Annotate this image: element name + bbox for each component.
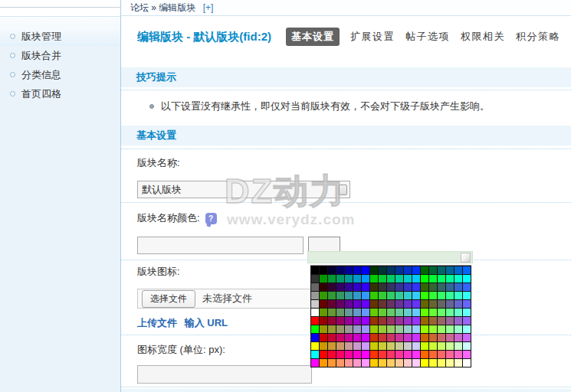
color-swatch[interactable] bbox=[387, 292, 395, 299]
color-swatch[interactable] bbox=[353, 359, 361, 367]
color-swatch[interactable] bbox=[429, 334, 437, 341]
color-swatch[interactable] bbox=[446, 292, 454, 299]
color-swatch[interactable] bbox=[336, 275, 344, 283]
color-swatch[interactable] bbox=[387, 351, 395, 358]
color-swatch[interactable] bbox=[446, 342, 454, 350]
color-swatch[interactable] bbox=[370, 359, 378, 367]
color-swatch[interactable] bbox=[395, 275, 403, 283]
color-swatch[interactable] bbox=[379, 266, 386, 274]
color-swatch[interactable] bbox=[429, 283, 437, 291]
color-swatch[interactable] bbox=[438, 266, 445, 274]
color-swatch[interactable] bbox=[455, 275, 462, 283]
color-swatch[interactable] bbox=[336, 283, 344, 291]
color-swatch[interactable] bbox=[387, 266, 395, 274]
color-swatch[interactable] bbox=[311, 292, 319, 299]
color-swatch[interactable] bbox=[336, 351, 344, 358]
color-swatch[interactable] bbox=[370, 351, 378, 358]
color-picker-header[interactable] bbox=[307, 251, 473, 263]
color-swatch[interactable] bbox=[345, 300, 353, 308]
color-swatch[interactable] bbox=[455, 300, 462, 308]
color-swatch[interactable] bbox=[412, 317, 420, 325]
color-swatch[interactable] bbox=[336, 325, 344, 333]
color-swatch[interactable] bbox=[446, 325, 454, 333]
color-swatch[interactable] bbox=[353, 309, 361, 316]
color-swatch[interactable] bbox=[438, 283, 445, 291]
color-swatch[interactable] bbox=[345, 342, 353, 350]
color-swatch[interactable] bbox=[446, 309, 454, 316]
color-swatch[interactable] bbox=[336, 300, 344, 308]
color-swatch[interactable] bbox=[463, 309, 471, 316]
color-swatch[interactable] bbox=[395, 359, 403, 367]
color-swatch[interactable] bbox=[328, 283, 336, 291]
color-swatch[interactable] bbox=[379, 351, 386, 358]
color-swatch[interactable] bbox=[387, 342, 395, 350]
help-icon[interactable]: ? bbox=[205, 213, 217, 224]
color-swatch[interactable] bbox=[379, 317, 386, 325]
color-swatch[interactable] bbox=[404, 351, 412, 358]
color-swatch[interactable] bbox=[446, 334, 454, 341]
color-swatch[interactable] bbox=[404, 334, 412, 341]
color-swatch[interactable] bbox=[328, 342, 336, 350]
color-swatch[interactable] bbox=[438, 325, 445, 333]
color-swatch[interactable] bbox=[336, 317, 344, 325]
color-swatch[interactable] bbox=[387, 300, 395, 308]
color-swatch[interactable] bbox=[429, 342, 437, 350]
color-swatch[interactable] bbox=[345, 317, 353, 325]
color-swatch[interactable] bbox=[438, 334, 445, 341]
color-swatch[interactable] bbox=[395, 283, 403, 291]
color-swatch[interactable] bbox=[455, 342, 462, 350]
color-swatch[interactable] bbox=[336, 292, 344, 299]
color-swatch[interactable] bbox=[429, 266, 437, 274]
color-swatch[interactable] bbox=[412, 325, 420, 333]
color-swatch[interactable] bbox=[463, 359, 471, 367]
color-swatch[interactable] bbox=[446, 266, 454, 274]
color-swatch[interactable] bbox=[336, 266, 344, 274]
color-swatch[interactable] bbox=[311, 300, 319, 308]
color-swatch[interactable] bbox=[362, 317, 369, 325]
color-swatch[interactable] bbox=[311, 283, 319, 291]
color-swatch[interactable] bbox=[345, 359, 353, 367]
color-swatch[interactable] bbox=[395, 266, 403, 274]
color-swatch[interactable] bbox=[438, 300, 445, 308]
color-swatch[interactable] bbox=[387, 334, 395, 341]
color-swatch[interactable] bbox=[463, 342, 471, 350]
color-swatch[interactable] bbox=[412, 334, 420, 341]
color-swatch[interactable] bbox=[463, 334, 471, 341]
color-swatch[interactable] bbox=[395, 351, 403, 358]
color-swatch[interactable] bbox=[320, 317, 327, 325]
sidebar-item-2[interactable]: 分类信息 bbox=[0, 65, 120, 84]
name-color-input[interactable] bbox=[137, 237, 304, 254]
color-swatch[interactable] bbox=[387, 325, 395, 333]
breadcrumb-expand-link[interactable]: [+] bbox=[203, 2, 214, 13]
color-swatch[interactable] bbox=[455, 359, 462, 367]
color-swatch[interactable] bbox=[345, 292, 353, 299]
color-swatch[interactable] bbox=[362, 351, 369, 358]
color-swatch[interactable] bbox=[379, 342, 386, 350]
color-swatch[interactable] bbox=[421, 351, 428, 358]
color-swatch[interactable] bbox=[328, 351, 336, 358]
enter-url-link[interactable]: 输入 URL bbox=[185, 317, 228, 328]
color-swatch[interactable] bbox=[387, 283, 395, 291]
color-swatch[interactable] bbox=[404, 283, 412, 291]
color-swatch[interactable] bbox=[328, 275, 336, 283]
color-swatch[interactable] bbox=[370, 266, 378, 274]
color-swatch[interactable] bbox=[395, 334, 403, 341]
color-swatch[interactable] bbox=[421, 283, 428, 291]
color-swatch[interactable] bbox=[446, 351, 454, 358]
color-swatch[interactable] bbox=[412, 300, 420, 308]
tab-2[interactable]: 帖子选项 bbox=[405, 30, 450, 44]
color-swatch[interactable] bbox=[362, 359, 369, 367]
close-icon[interactable] bbox=[461, 253, 471, 263]
color-swatch[interactable] bbox=[404, 359, 412, 367]
color-swatch[interactable] bbox=[370, 283, 378, 291]
color-swatch[interactable] bbox=[370, 342, 378, 350]
color-swatch[interactable] bbox=[379, 292, 386, 299]
color-swatch[interactable] bbox=[463, 283, 471, 291]
color-swatch[interactable] bbox=[395, 292, 403, 299]
color-swatch[interactable] bbox=[320, 359, 327, 367]
color-swatch[interactable] bbox=[421, 292, 428, 299]
icon-width-input[interactable] bbox=[137, 365, 312, 384]
color-swatch[interactable] bbox=[379, 325, 386, 333]
color-swatch[interactable] bbox=[379, 359, 386, 367]
color-swatch[interactable] bbox=[446, 359, 454, 367]
